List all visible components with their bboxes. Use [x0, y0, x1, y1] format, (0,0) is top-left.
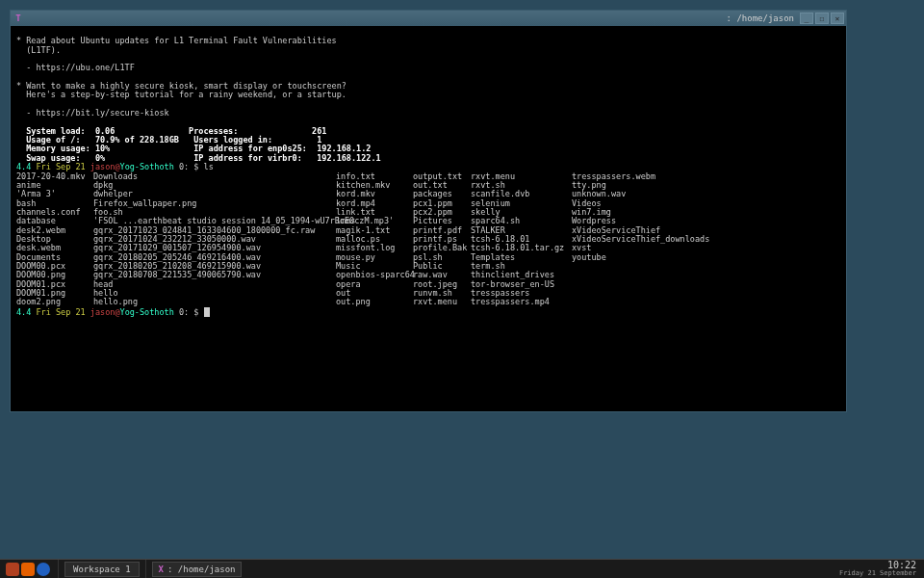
- prompt-version: 4.4: [16, 307, 31, 317]
- taskbar-tasks: X : /home/jason: [146, 560, 248, 578]
- ls-output: 2017-20-40.mkv anime 'Arma 3' bash chann…: [16, 172, 840, 307]
- terminal-body[interactable]: * Read about Ubuntu updates for L1 Termi…: [11, 26, 846, 411]
- tray-icons: [0, 560, 59, 578]
- clock-date: Friday 21 September: [839, 570, 916, 577]
- ls-col: output.txt out.txt packages pcx1.ppm pcx…: [413, 172, 471, 307]
- prompt-user: jason: [90, 162, 116, 171]
- globe-icon[interactable]: [37, 563, 50, 576]
- prompt-host: Yog-Sothoth: [120, 307, 174, 317]
- task-button[interactable]: X : /home/jason: [152, 562, 243, 577]
- task-label: : /home/jason: [167, 565, 235, 574]
- motd-line: (L1TF).: [16, 45, 61, 55]
- maximize-button[interactable]: ☐: [815, 13, 829, 24]
- prompt-suffix: 0: $: [174, 162, 204, 171]
- window-controls: _ ☐ ✕: [800, 13, 844, 24]
- motd-line: Here's a step-by-step tutorial for a rai…: [16, 90, 346, 99]
- workspace-label: Workspace 1: [64, 562, 140, 577]
- ls-col: tresspassers.webm tty.png unknown.wav Vi…: [572, 172, 709, 307]
- ls-col: Downloads dpkg dwhelper Firefox_wallpape…: [93, 172, 336, 307]
- app-icon: T: [13, 13, 24, 24]
- motd-link: - https://bit.ly/secure-kiosk: [16, 108, 169, 118]
- workspace-switcher[interactable]: Workspace 1: [59, 560, 146, 578]
- firefox-icon[interactable]: [21, 563, 35, 576]
- prompt-host: Yog-Sothoth: [120, 162, 174, 171]
- x-icon: X: [159, 565, 164, 574]
- command: ls: [204, 162, 214, 171]
- cursor: [204, 307, 210, 317]
- clock[interactable]: 10:22 Friday 21 September: [839, 561, 924, 577]
- minimize-button[interactable]: _: [800, 13, 813, 24]
- ls-col: rxvt.menu rxvt.sh scanfile.dvb selenium …: [471, 172, 572, 307]
- prompt-date: Fri Sep 21: [36, 162, 85, 171]
- titlebar[interactable]: T : /home/jason _ ☐ ✕: [11, 11, 846, 26]
- taskbar: Workspace 1 X : /home/jason 10:22 Friday…: [0, 559, 924, 578]
- motd-line: * Read about Ubuntu updates for L1 Termi…: [16, 36, 337, 45]
- prompt-version: 4.4: [16, 162, 31, 171]
- shield-icon[interactable]: [6, 563, 19, 576]
- prompt-suffix: 0: $: [174, 307, 204, 317]
- window-title: : /home/jason: [28, 13, 800, 23]
- ls-col: info.txt kitchen.mkv kord.mkv kord.mp4 l…: [336, 172, 413, 307]
- terminal-window: T : /home/jason _ ☐ ✕ * Read about Ubunt…: [10, 10, 847, 412]
- motd-link: - https://ubu.one/L1TF: [16, 63, 135, 72]
- ls-col: 2017-20-40.mkv anime 'Arma 3' bash chann…: [16, 172, 93, 307]
- prompt-date: Fri Sep 21: [36, 307, 85, 317]
- prompt-user: jason: [90, 307, 116, 317]
- close-button[interactable]: ✕: [831, 13, 844, 24]
